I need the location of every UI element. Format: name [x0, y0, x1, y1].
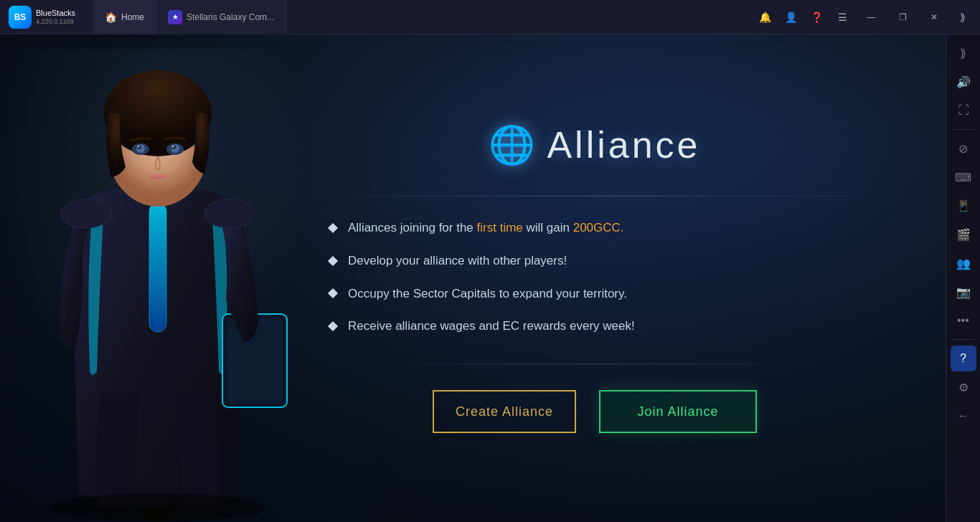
bottom-divider — [371, 364, 819, 364]
sidebar-divider-1 — [953, 129, 974, 130]
block-icon[interactable]: ⊘ — [951, 136, 976, 161]
menu-icon[interactable]: ☰ — [831, 6, 854, 29]
tab-home-label: Home — [121, 12, 144, 22]
volume-icon[interactable]: 🔊 — [951, 69, 976, 95]
bullet-text-3: Occupy the Sector Capitals to expand you… — [348, 285, 627, 303]
bs-logo-icon: BS — [9, 6, 32, 29]
svg-point-20 — [50, 493, 265, 522]
highlight-200gcc: 200GCC. — [573, 221, 624, 234]
minimize-button[interactable]: — — [857, 6, 885, 29]
bullet-item-2: Develop your alliance with other players… — [329, 252, 875, 270]
bullet-item-3: Occupy the Sector Capitals to expand you… — [329, 285, 875, 303]
action-buttons: Create Alliance Join Alliance — [433, 390, 757, 433]
main-area: 🌐 Alliance Alliances joining for the fir… — [0, 34, 946, 522]
tab-home[interactable]: 🏠 Home — [93, 0, 156, 34]
bullet-diamond-1 — [328, 223, 338, 233]
titlebar: BS BlueStacks 4.220.0.1109 🏠 Home ★ Stel… — [0, 0, 980, 34]
sidebar-divider-2 — [953, 339, 974, 340]
join-alliance-button[interactable]: Join Alliance — [599, 390, 757, 433]
svg-point-19 — [149, 203, 166, 332]
title-divider — [315, 196, 875, 196]
help-sidebar-icon[interactable]: ? — [951, 346, 976, 371]
expand-icon[interactable]: ⟫ — [951, 6, 974, 29]
expand-sidebar-icon[interactable]: ⟫ — [951, 40, 976, 66]
tab-game-label: Stellaris Galaxy Com... — [187, 12, 274, 22]
create-alliance-button[interactable]: Create Alliance — [433, 390, 576, 433]
alliance-panel: 🌐 Alliance Alliances joining for the fir… — [315, 123, 875, 433]
home-icon: 🏠 — [105, 11, 117, 23]
bs-version: 4.220.0.1109 — [36, 18, 75, 25]
globe-icon: 🌐 — [489, 123, 535, 167]
keyboard-icon[interactable]: ⌨ — [951, 164, 976, 190]
right-sidebar: ⟫ 🔊 ⛶ ⊘ ⌨ 📱 🎬 👥 📷 ••• ? ⚙ ← — [946, 34, 980, 522]
highlight-first-time: first time — [477, 221, 523, 234]
bullet-text-1: Alliances joining for the first time wil… — [348, 219, 624, 237]
screenshot-icon[interactable]: 📷 — [951, 279, 976, 305]
tab-game[interactable]: ★ Stellaris Galaxy Com... — [156, 0, 286, 34]
camera-record-icon[interactable]: 🎬 — [951, 222, 976, 247]
svg-point-18 — [204, 199, 255, 228]
multi-instance-icon[interactable]: 👥 — [951, 250, 976, 276]
alliance-heading: Alliance — [547, 123, 700, 166]
bullet-text-2: Develop your alliance with other players… — [348, 252, 567, 270]
bluestacks-logo: BS BlueStacks 4.220.0.1109 — [0, 6, 93, 29]
game-background: 🌐 Alliance Alliances joining for the fir… — [0, 34, 946, 522]
bullet-list: Alliances joining for the first time wil… — [315, 219, 875, 335]
titlebar-controls: 🔔 👤 ❓ ☰ — ❐ ✕ ⟫ — [753, 6, 980, 29]
notification-icon[interactable]: 🔔 — [753, 6, 776, 29]
bullet-item-4: Receive alliance wages and EC rewards ev… — [329, 318, 875, 335]
help-icon[interactable]: ❓ — [805, 6, 828, 29]
svg-point-12 — [138, 146, 140, 148]
bullet-diamond-3 — [328, 288, 338, 298]
close-button[interactable]: ✕ — [920, 6, 948, 29]
fullscreen-icon[interactable]: ⛶ — [951, 98, 976, 123]
bullet-text-4: Receive alliance wages and EC rewards ev… — [348, 318, 635, 335]
bullet-item-1: Alliances joining for the first time wil… — [329, 219, 875, 237]
back-icon[interactable]: ← — [951, 403, 976, 429]
alliance-title-row: 🌐 Alliance — [489, 123, 700, 167]
bullet-diamond-4 — [328, 321, 338, 331]
restore-button[interactable]: ❐ — [888, 6, 917, 29]
more-icon[interactable]: ••• — [951, 308, 976, 333]
svg-point-17 — [61, 199, 111, 228]
game-tab-icon: ★ — [168, 10, 182, 24]
bullet-diamond-2 — [328, 256, 338, 266]
bs-app-name: BlueStacks — [36, 9, 75, 18]
phone-icon[interactable]: 📱 — [951, 193, 976, 219]
account-icon[interactable]: 👤 — [779, 6, 802, 29]
svg-point-13 — [172, 146, 174, 148]
settings-sidebar-icon[interactable]: ⚙ — [951, 374, 976, 400]
